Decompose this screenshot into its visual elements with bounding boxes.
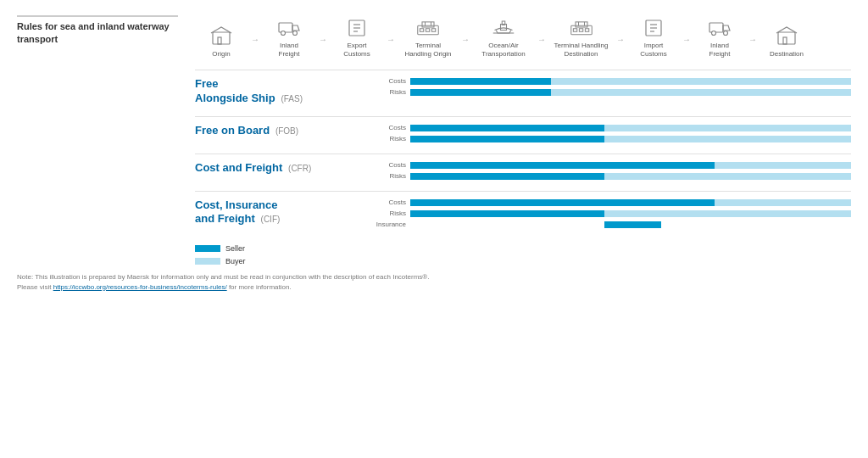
fas-costs-buyer-seg	[551, 78, 851, 85]
header-label-terminal-dest: Terminal HandlingDestination	[554, 42, 608, 59]
cfr-label: Cost and Freight (CFR)	[195, 161, 373, 181]
fob-costs-track	[410, 125, 851, 131]
svg-rect-13	[420, 29, 423, 32]
fas-risks-seller-seg	[410, 89, 551, 96]
footnote-link[interactable]: https://iccwbo.org/resources-for-busines…	[53, 283, 227, 291]
cfr-bars: Costs Risks	[373, 161, 851, 181]
svg-rect-30	[709, 23, 723, 32]
incoterm-fob: Free on Board (FOB) Costs Risks	[195, 116, 851, 143]
cfr-risks-label: Risks	[373, 172, 410, 180]
fob-risks-row: Risks	[373, 135, 851, 143]
header-row: Origin → InlandFreight →	[195, 15, 851, 63]
svg-point-31	[712, 31, 716, 36]
fas-costs-track	[410, 78, 851, 85]
header-ocean: Ocean/AirTransportation	[473, 15, 534, 59]
terminal-icon	[415, 15, 442, 39]
legend-seller: Seller	[195, 244, 851, 253]
header-inland-freight2: InlandFreight	[694, 15, 745, 59]
incoterm-fas: FreeAlongside Ship (FAS) Costs	[195, 70, 851, 106]
fas-bars: Costs Risks	[373, 77, 851, 106]
incoterm-cfr: Cost and Freight (CFR) Costs Risks	[195, 154, 851, 181]
header-terminal-origin: TerminalHandling Origin	[398, 15, 458, 59]
cif-risks-seller-seg	[410, 210, 604, 217]
incoterm-cif: Cost, Insuranceand Freight (CIF) Costs	[195, 191, 851, 229]
fas-costs-seller-seg	[410, 78, 551, 85]
cif-costs-track	[410, 199, 851, 206]
fob-costs-buyer-seg	[604, 125, 851, 131]
fob-label: Free on Board (FOB)	[195, 124, 373, 143]
fob-costs-label: Costs	[373, 124, 410, 131]
header-origin: Origin	[195, 24, 248, 59]
cfr-costs-seller-seg	[410, 162, 715, 169]
fas-code: (FAS)	[281, 94, 303, 103]
header-destination: Destination	[760, 24, 813, 59]
svg-rect-23	[573, 29, 576, 32]
cif-risks-row: Risks	[373, 209, 851, 218]
header-label-destination: Destination	[770, 50, 804, 59]
header-label-terminal-origin: TerminalHandling Origin	[404, 42, 451, 59]
fas-risks-track	[410, 89, 851, 96]
header-export-customs: ExportCustoms	[331, 15, 383, 59]
arrow-8: →	[745, 35, 760, 59]
cif-risks-track	[410, 210, 851, 217]
buyer-label: Buyer	[225, 257, 246, 265]
cif-ins-empty2-seg	[661, 221, 851, 228]
svg-point-32	[724, 31, 728, 36]
fob-risks-seller-seg	[410, 136, 604, 142]
svg-rect-2	[279, 23, 292, 32]
arrow-5: →	[534, 35, 549, 59]
terminal-dest-icon	[568, 15, 595, 39]
header-label-ocean: Ocean/AirTransportation	[481, 42, 525, 59]
svg-rect-34	[783, 37, 787, 44]
cfr-risks-row: Risks	[373, 172, 851, 181]
cif-costs-row: Costs	[373, 198, 851, 207]
svg-rect-1	[218, 37, 221, 44]
footnote-text: Note: This illustration is prepared by M…	[17, 273, 429, 291]
cif-bars: Costs Risks	[373, 198, 851, 229]
fas-label: FreeAlongside Ship (FAS)	[195, 77, 373, 106]
cif-insurance-track	[410, 221, 851, 228]
cif-label: Cost, Insuranceand Freight (CIF)	[195, 198, 373, 229]
legend: Seller Buyer	[195, 244, 851, 265]
fob-costs-seller-seg	[410, 125, 604, 131]
cfr-code: (CFR)	[288, 164, 311, 173]
layout: Rules for sea and inland waterway transp…	[17, 15, 851, 239]
cif-risks-buyer-seg	[604, 210, 851, 217]
svg-point-4	[293, 31, 298, 36]
title-box: Rules for sea and inland waterway transp…	[17, 15, 178, 53]
truck2-icon	[706, 15, 733, 39]
cif-ins-empty-seg	[410, 221, 604, 228]
fob-costs-row: Costs	[373, 124, 851, 132]
cfr-costs-buyer-seg	[715, 162, 851, 169]
svg-rect-10	[422, 22, 434, 27]
customs-icon	[343, 15, 370, 39]
arrow-7: →	[679, 35, 694, 59]
header-label-export-customs: ExportCustoms	[343, 42, 370, 59]
cif-ins-seller-seg	[604, 221, 662, 228]
cfr-risks-track	[410, 173, 851, 180]
arrow-3: →	[383, 35, 398, 59]
fas-risks-row: Risks	[373, 88, 851, 97]
truck-icon	[275, 15, 303, 39]
footnote: Note: This illustration is prepared by M…	[17, 272, 851, 293]
header-terminal-dest: Terminal HandlingDestination	[549, 15, 613, 59]
left-panel: Rules for sea and inland waterway transp…	[17, 15, 195, 239]
arrow-1: →	[248, 35, 263, 59]
header-label-inland-freight2: InlandFreight	[709, 42, 731, 59]
cif-insurance-row: Insurance	[373, 221, 851, 229]
destination-icon	[773, 24, 800, 47]
seller-label: Seller	[225, 244, 245, 253]
building-icon	[208, 24, 235, 47]
fas-risks-buyer-seg	[551, 89, 851, 96]
cif-insurance-label: Insurance	[373, 221, 410, 228]
cif-costs-label: Costs	[373, 198, 410, 206]
arrow-6: →	[613, 35, 628, 59]
fob-risks-buyer-seg	[604, 136, 851, 142]
arrow-2: →	[315, 35, 331, 59]
header-label-origin: Origin	[212, 50, 230, 59]
buyer-color-swatch	[195, 258, 220, 265]
svg-rect-14	[426, 29, 429, 32]
cif-costs-buyer-seg	[715, 199, 851, 206]
header-import-customs: ImportCustoms	[628, 15, 679, 59]
fas-name: FreeAlongside Ship	[195, 77, 275, 104]
